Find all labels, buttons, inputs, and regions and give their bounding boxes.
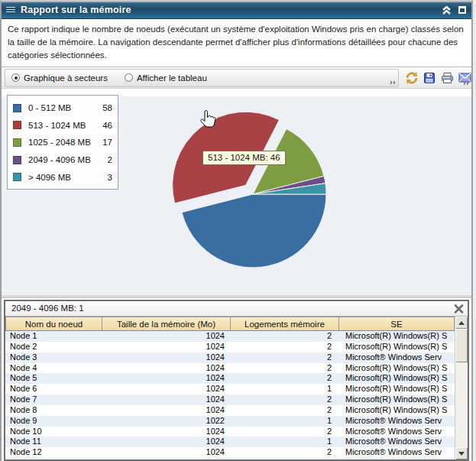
table-row[interactable]: Node 1310242Microsoft(R) Windows(R) S bbox=[5, 458, 455, 459]
refresh-button[interactable] bbox=[405, 71, 419, 85]
cell-memory-size: 1024 bbox=[102, 437, 231, 447]
cell-memory-slots: 2 bbox=[231, 394, 339, 405]
radio-show-table[interactable]: Afficher le tableau bbox=[125, 73, 207, 83]
column-header[interactable]: Taille de la mémoire (Mo) bbox=[102, 317, 231, 330]
cell-memory-size: 1024 bbox=[102, 331, 231, 342]
save-icon bbox=[423, 72, 436, 84]
column-header[interactable]: Nom du noeud bbox=[5, 317, 102, 330]
table-row[interactable]: Node 1110241Microsoft® Windows Serv bbox=[5, 437, 455, 447]
vertical-scrollbar[interactable] bbox=[455, 317, 468, 459]
legend-label: 2049 - 4096 MB bbox=[28, 155, 91, 164]
legend-swatch bbox=[13, 138, 21, 147]
detail-panel: 2049 - 4096 MB: 1 Nom du noeudTaille de … bbox=[4, 300, 469, 461]
scroll-down-button[interactable] bbox=[455, 447, 468, 459]
column-header[interactable]: SE bbox=[339, 317, 455, 330]
panel-divider[interactable] bbox=[2, 293, 471, 298]
legend-value: 2 bbox=[108, 155, 112, 164]
radio-unselected-icon[interactable] bbox=[125, 73, 133, 82]
cell-memory-slots: 2 bbox=[231, 405, 339, 416]
cell-os: Microsoft(R) Windows(R) S bbox=[339, 331, 455, 342]
legend-item[interactable]: 513 - 1024 MB46 bbox=[13, 117, 112, 135]
close-icon bbox=[453, 304, 465, 314]
triangle-up-icon bbox=[458, 321, 465, 325]
table-row[interactable]: Node 710242Microsoft(R) Windows(R) S bbox=[5, 394, 455, 405]
table-row[interactable]: Node 1210242Microsoft® Windows Serv bbox=[5, 447, 455, 458]
legend-value: 46 bbox=[102, 121, 112, 130]
menu-icon[interactable] bbox=[6, 7, 15, 14]
detail-panel-title: 2049 - 4096 MB: 1 bbox=[5, 301, 468, 317]
cell-memory-size: 1024 bbox=[102, 447, 231, 458]
cell-memory-slots: 2 bbox=[231, 427, 339, 437]
scrollbar-thumb[interactable] bbox=[455, 329, 468, 362]
cell-memory-size: 1024 bbox=[102, 384, 231, 394]
legend-value: 58 bbox=[102, 103, 112, 112]
resize-gripper-icon[interactable] bbox=[390, 80, 397, 86]
legend-item[interactable]: > 4096 MB3 bbox=[13, 168, 112, 186]
cell-memory-slots: 2 bbox=[231, 331, 339, 342]
table-row[interactable]: Node 210242Microsoft(R) Windows(R) S bbox=[5, 342, 455, 352]
cell-os: Microsoft(R) Windows(R) S bbox=[339, 342, 455, 352]
cell-node-name: Node 3 bbox=[5, 352, 102, 363]
legend-item[interactable]: 1025 - 2048 MB17 bbox=[13, 134, 112, 151]
cell-memory-slots: 2 bbox=[231, 363, 339, 374]
detail-table-region: Nom du noeudTaille de la mémoire (Mo)Log… bbox=[5, 317, 468, 459]
close-button[interactable] bbox=[453, 304, 465, 314]
cell-node-name: Node 12 bbox=[5, 447, 102, 458]
cell-node-name: Node 9 bbox=[5, 416, 102, 427]
table-row[interactable]: Node 310242Microsoft® Windows Serv bbox=[5, 352, 455, 363]
maximize-button[interactable] bbox=[457, 5, 467, 15]
legend-item[interactable]: 0 - 512 MB58 bbox=[13, 99, 112, 117]
radio-pie-chart[interactable]: Graphique à secteurs bbox=[11, 73, 108, 83]
cell-node-name: Node 5 bbox=[5, 373, 102, 384]
cell-os: Microsoft(R) Windows(R) S bbox=[339, 373, 455, 384]
table-body: Node 110242Microsoft(R) Windows(R) SNode… bbox=[5, 331, 455, 459]
legend-item[interactable]: 2049 - 4096 MB2 bbox=[13, 151, 112, 169]
table-header-row: Nom du noeudTaille de la mémoire (Mo)Log… bbox=[5, 317, 455, 331]
table-row[interactable]: Node 410242Microsoft(R) Windows(R) S bbox=[5, 363, 455, 374]
hand-cursor-icon bbox=[199, 110, 215, 129]
refresh-icon bbox=[406, 72, 418, 84]
report-description: Ce rapport indique le nombre de noeuds (… bbox=[2, 19, 471, 67]
legend-value: 17 bbox=[102, 138, 112, 147]
cell-node-name: Node 13 bbox=[5, 458, 102, 459]
table-row[interactable]: Node 610241Microsoft(R) Windows(R) S bbox=[5, 384, 455, 394]
cell-os: Microsoft(R) Windows(R) S bbox=[339, 405, 455, 416]
legend-label: 513 - 1024 MB bbox=[28, 121, 86, 130]
legend-label: 0 - 512 MB bbox=[28, 103, 71, 112]
print-icon bbox=[441, 72, 454, 84]
table-row[interactable]: Node 1010242Microsoft® Windows Serv bbox=[5, 427, 455, 437]
legend-label: 1025 - 2048 MB bbox=[28, 138, 91, 147]
cell-memory-slots: 1 bbox=[231, 437, 339, 447]
pie-slice[interactable] bbox=[182, 194, 326, 268]
cell-os: Microsoft® Windows Serv bbox=[339, 437, 455, 447]
cell-memory-size: 1022 bbox=[102, 416, 231, 427]
legend-swatch bbox=[13, 173, 21, 181]
toolbar-actions bbox=[405, 71, 471, 85]
cell-memory-size: 1024 bbox=[102, 352, 231, 363]
legend-swatch bbox=[13, 121, 21, 129]
table-row[interactable]: Node 910221Microsoft® Windows Serv bbox=[5, 416, 455, 427]
view-switch-bar: Graphique à secteurs Afficher le tableau bbox=[5, 69, 399, 87]
cell-node-name: Node 11 bbox=[5, 437, 102, 447]
table-row[interactable]: Node 110242Microsoft(R) Windows(R) S bbox=[5, 331, 455, 342]
column-header[interactable]: Logements mémoire bbox=[231, 317, 339, 330]
radio-selected-icon[interactable] bbox=[11, 73, 20, 82]
cell-memory-slots: 1 bbox=[231, 384, 339, 394]
cell-memory-slots: 2 bbox=[231, 447, 339, 458]
cell-os: Microsoft® Windows Serv bbox=[339, 416, 455, 427]
table-row[interactable]: Node 510242Microsoft(R) Windows(R) S bbox=[5, 373, 455, 384]
cell-os: Microsoft® Windows Serv bbox=[339, 427, 455, 437]
resize-gripper-icon[interactable] bbox=[463, 80, 470, 86]
cell-memory-slots: 2 bbox=[231, 352, 339, 363]
save-button[interactable] bbox=[423, 71, 436, 85]
cell-node-name: Node 4 bbox=[5, 363, 102, 374]
cell-os: Microsoft® Windows Serv bbox=[339, 352, 455, 363]
cell-memory-slots: 1 bbox=[231, 416, 339, 427]
cell-os: Microsoft(R) Windows(R) S bbox=[339, 458, 455, 459]
table-row[interactable]: Node 810242Microsoft(R) Windows(R) S bbox=[5, 405, 455, 416]
chart-legend: 0 - 512 MB58513 - 1024 MB461025 - 2048 M… bbox=[7, 95, 118, 190]
scroll-up-button[interactable] bbox=[455, 317, 468, 329]
collapse-button[interactable] bbox=[442, 5, 452, 15]
scrollbar-track[interactable] bbox=[455, 329, 468, 447]
print-button[interactable] bbox=[440, 71, 454, 85]
